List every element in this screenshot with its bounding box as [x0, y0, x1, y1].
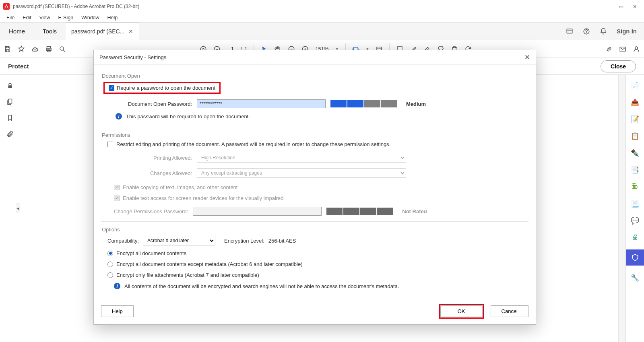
protect-close-button[interactable]: Close — [601, 60, 636, 72]
enable-copying-checkbox: ✓ — [114, 185, 120, 190]
export-pdf-icon[interactable]: 📤 — [630, 97, 640, 107]
compatibility-label: Compatibility: — [107, 238, 139, 244]
svg-rect-5 — [6, 49, 9, 52]
svg-rect-25 — [8, 99, 12, 103]
attachment-icon[interactable] — [6, 130, 14, 138]
menu-edit[interactable]: Edit — [19, 14, 35, 21]
svg-rect-4 — [6, 46, 8, 48]
collapse-left-icon[interactable]: ◀ — [16, 204, 20, 213]
sign-in-link[interactable]: Sign In — [617, 28, 637, 35]
section-permissions: Permissions — [101, 127, 528, 141]
menu-esign[interactable]: E-Sign — [55, 14, 77, 21]
info-icon: i — [114, 283, 120, 289]
permissions-password-input — [193, 207, 322, 216]
help-button[interactable]: Help — [101, 305, 134, 317]
protect-label: Protect — [8, 63, 29, 70]
password-strength-label: Medium — [406, 101, 426, 107]
redact-icon[interactable]: 📃 — [630, 199, 640, 208]
menu-file[interactable]: File — [3, 14, 18, 21]
tab-document[interactable]: password.pdf (SEC... ✕ — [66, 23, 139, 40]
printing-allowed-select: High Resolution — [197, 153, 406, 163]
compatibility-select[interactable]: Acrobat X and later — [143, 236, 215, 245]
help-icon[interactable] — [583, 28, 590, 35]
scrollbar[interactable] — [618, 75, 625, 342]
create-pdf-icon[interactable]: 📄 — [630, 80, 640, 90]
section-document-open: Document Open — [101, 68, 528, 82]
close-dialog-icon[interactable]: ✕ — [524, 53, 530, 62]
section-options: Options — [101, 222, 528, 236]
menu-bar: File Edit View E-Sign Window Help — [0, 13, 644, 23]
bookmark-icon[interactable] — [6, 114, 14, 122]
encrypt-except-metadata-label: Encrypt all document contents except met… — [116, 261, 302, 267]
changes-allowed-select: Any except extracting pages — [197, 168, 406, 178]
window-titlebar: password.pdf (SECURED) - Adobe Acrobat P… — [0, 0, 644, 13]
lock-icon[interactable] — [6, 82, 14, 89]
star-icon[interactable] — [18, 45, 25, 53]
close-window-icon[interactable]: ✕ — [632, 4, 638, 10]
dialog-footer: Help OK Cancel — [94, 298, 536, 324]
enable-copying-label: Enable copying of text, images, and othe… — [123, 184, 237, 190]
menu-window[interactable]: Window — [78, 14, 102, 21]
organize-icon[interactable]: 📑 — [630, 165, 640, 175]
permissions-password-label: Change Permissions Password: — [114, 208, 188, 214]
svg-point-9 — [60, 47, 64, 50]
changes-allowed-label: Changes Allowed: — [116, 170, 192, 176]
ok-button[interactable]: OK — [440, 305, 483, 317]
compress-icon[interactable]: 🗜 — [630, 182, 640, 192]
more-tools-icon[interactable]: 🔧 — [630, 273, 640, 282]
encryption-info: All contents of the document will be enc… — [124, 283, 399, 289]
prepare-form-icon[interactable]: 🖨 — [630, 233, 640, 242]
fill-sign-icon[interactable]: ✒️ — [630, 148, 640, 158]
restrict-editing-label: Restrict editing and printing of the doc… — [116, 141, 390, 147]
bell-icon[interactable] — [600, 28, 607, 35]
info-icon: i — [116, 113, 122, 119]
edit-pdf-icon[interactable]: 📝 — [630, 114, 640, 124]
encrypt-except-metadata-radio[interactable] — [107, 262, 113, 267]
svg-point-23 — [635, 47, 638, 49]
encryption-level-label: Encryption Level: — [224, 238, 264, 244]
email-icon[interactable] — [619, 45, 626, 53]
svg-line-10 — [63, 50, 65, 52]
require-password-label: Require a password to open the document — [117, 85, 215, 91]
minimize-icon[interactable]: — — [605, 4, 610, 10]
open-password-info: This password will be required to open t… — [126, 113, 250, 119]
restrict-editing-checkbox[interactable] — [107, 142, 113, 147]
permissions-strength-meter — [326, 208, 393, 215]
window-title: password.pdf (SECURED) - Adobe Acrobat P… — [13, 4, 605, 9]
open-password-input[interactable] — [197, 99, 326, 108]
enable-screen-reader-checkbox: ✓ — [114, 196, 120, 201]
pages-icon[interactable] — [6, 98, 14, 105]
save-icon[interactable] — [4, 45, 11, 53]
require-password-highlight: ✓ Require a password to open the documen… — [103, 82, 221, 94]
left-nav-panel: ◀ — [0, 75, 20, 342]
tab-bar: Home Tools password.pdf (SEC... ✕ Sign I… — [0, 23, 644, 40]
link-icon[interactable] — [605, 45, 613, 53]
enable-screen-reader-label: Enable text access for screen reader dev… — [123, 195, 284, 201]
tab-home[interactable]: Home — [0, 23, 34, 40]
require-password-checkbox[interactable]: ✓ — [109, 85, 114, 91]
account-icon[interactable] — [633, 45, 640, 53]
maximize-icon[interactable]: ▭ — [618, 4, 624, 10]
tab-close-icon[interactable]: ✕ — [128, 28, 133, 35]
encrypt-all-radio[interactable] — [107, 251, 113, 256]
share-tool-icon[interactable]: 💬 — [630, 216, 640, 225]
search-icon[interactable] — [59, 45, 66, 53]
right-tools-panel: 📄 📤 📝 📋 ✒️ 📑 🗜 📃 💬 🖨 🔧 — [625, 75, 644, 342]
menu-help[interactable]: Help — [104, 14, 121, 21]
protect-tool-icon[interactable] — [626, 249, 644, 266]
encrypt-attachments-radio[interactable] — [107, 272, 113, 278]
cloud-icon[interactable] — [31, 45, 39, 53]
printing-allowed-label: Printing Allowed: — [116, 155, 192, 161]
request-sign-icon[interactable]: 📋 — [630, 131, 640, 141]
encryption-level-value: 256-bit AES — [268, 238, 296, 244]
menu-view[interactable]: View — [36, 14, 54, 21]
dialog-title: Password Security - Settings — [99, 54, 166, 60]
tab-document-label: password.pdf (SEC... — [71, 28, 124, 35]
print-icon[interactable] — [45, 45, 52, 53]
permissions-strength-label: Not Rated — [402, 208, 427, 214]
cancel-button[interactable]: Cancel — [491, 305, 528, 317]
screen-mode-icon[interactable] — [566, 28, 573, 35]
tab-tools[interactable]: Tools — [34, 23, 66, 40]
acrobat-icon — [3, 3, 10, 10]
svg-point-3 — [586, 33, 586, 33]
